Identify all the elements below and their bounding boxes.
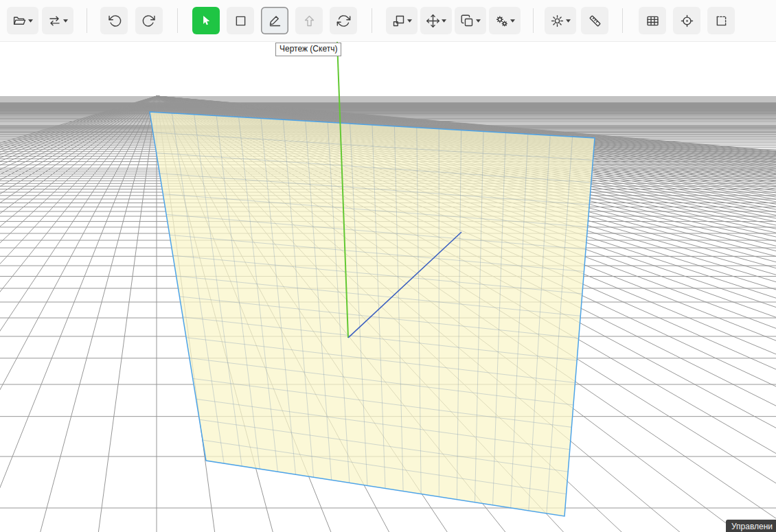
cursor-icon [199, 14, 214, 28]
open-project-button[interactable] [7, 7, 38, 34]
toolbar-group-settings [545, 7, 608, 34]
redo-button[interactable] [135, 7, 163, 34]
rectangle-tool-button[interactable] [227, 7, 254, 34]
move-button[interactable] [420, 7, 452, 34]
caret-down-icon [476, 19, 481, 23]
toolbar-group-modify [386, 7, 521, 34]
focus-origin-button[interactable] [673, 7, 700, 34]
toolbar-group-file [7, 7, 73, 34]
toolbar-separator [177, 8, 178, 33]
target-icon [680, 14, 694, 28]
toolbar-group-tools [192, 7, 357, 34]
undo-button[interactable] [100, 7, 128, 34]
sketch-tool-button[interactable] [261, 7, 288, 34]
arrange-button[interactable] [386, 7, 418, 34]
selection-box-button[interactable] [707, 7, 735, 34]
ruler-icon [588, 14, 602, 28]
table-icon [646, 14, 660, 28]
refresh-icon [336, 14, 351, 28]
overlap-squares-icon [391, 14, 406, 28]
toolbar-group-history [100, 7, 163, 34]
toolbar-group-view [639, 7, 735, 34]
viewport-3d[interactable] [0, 0, 776, 532]
select-tool-button[interactable] [192, 7, 220, 34]
measure-button[interactable] [581, 7, 608, 34]
gear-icon [550, 14, 564, 28]
gears-icon [494, 14, 509, 28]
sketch-tooltip: Чертеж (Скетч) [275, 43, 341, 56]
caret-down-icon [442, 19, 446, 23]
import-export-button[interactable] [42, 7, 73, 34]
sketch-icon [268, 14, 282, 28]
rotate-tool-button[interactable] [330, 7, 357, 34]
caret-down-icon [566, 19, 571, 23]
view-controls-tooltip: Управлени [726, 520, 776, 532]
toolbar [0, 0, 776, 42]
settings-button[interactable] [545, 7, 576, 34]
operations-button[interactable] [489, 7, 521, 34]
move-icon [426, 14, 440, 28]
caret-down-icon [63, 19, 68, 23]
arrow-up-icon [302, 14, 317, 28]
toolbar-separator [622, 8, 623, 33]
redo-icon [142, 14, 157, 28]
caret-down-icon [510, 19, 515, 23]
horizon-band [0, 96, 776, 104]
toolbar-separator [533, 8, 534, 33]
swap-arrows-icon [47, 14, 62, 28]
dashed-square-icon [714, 14, 729, 28]
toolbar-separator [87, 8, 87, 33]
caret-down-icon [407, 19, 412, 23]
caret-down-icon [28, 19, 33, 23]
extrude-tool-button[interactable] [295, 7, 323, 34]
undo-icon [107, 14, 122, 28]
square-icon [233, 14, 248, 28]
duplicate-button[interactable] [455, 7, 486, 34]
grid-view-button[interactable] [639, 7, 666, 34]
copy-icon [460, 14, 475, 28]
toolbar-separator [372, 8, 372, 33]
sketch-plane[interactable] [150, 112, 595, 516]
folder-open-icon [12, 14, 27, 28]
